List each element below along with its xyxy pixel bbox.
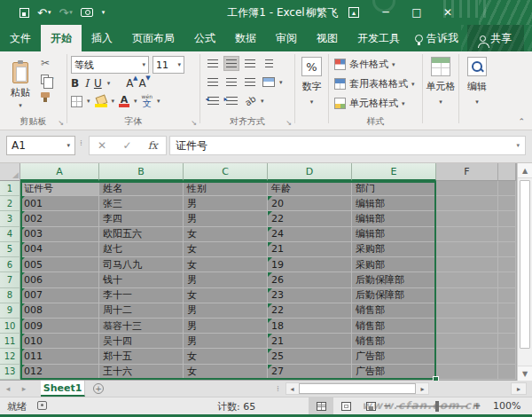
formula-input[interactable]: 证件号 ▾ — [169, 136, 526, 155]
font-color-dropdown-icon[interactable]: ▾ — [134, 98, 137, 105]
tell-me-button[interactable]: 告诉我 — [415, 25, 458, 51]
cell-B1[interactable]: 姓名 — [99, 181, 184, 196]
cell-G5[interactable] — [498, 242, 516, 257]
cells-icon[interactable] — [431, 57, 450, 76]
tab-开始[interactable]: 开始 — [41, 25, 82, 51]
zoom-out-icon[interactable]: − — [383, 400, 391, 412]
cell-D11[interactable]: 21 — [268, 334, 352, 349]
cell-F3[interactable] — [436, 211, 498, 226]
phonetic-dropdown-icon[interactable]: ▾ — [157, 98, 160, 105]
zoom-slider[interactable] — [396, 405, 467, 407]
row-header-2[interactable]: 2 — [0, 196, 20, 211]
name-box[interactable]: A1 ▾ — [6, 136, 75, 155]
cut-button[interactable]: ✂ — [41, 57, 54, 69]
bold-button[interactable]: B — [71, 77, 79, 90]
cell-C1[interactable]: 性别 — [184, 181, 268, 196]
share-button[interactable]: 共享 — [467, 25, 524, 51]
row-header-12[interactable]: 12 — [0, 349, 20, 364]
format-painter-button[interactable] — [41, 89, 54, 101]
top-align-button[interactable] — [205, 56, 221, 71]
cell-D12[interactable]: 25 — [268, 349, 352, 364]
cell-A1[interactable]: 证件号 — [20, 181, 99, 196]
cell-F6[interactable] — [436, 257, 498, 272]
orientation-dropdown-icon[interactable]: ▾ — [261, 98, 264, 105]
fill-color-dropdown-icon[interactable]: ▾ — [112, 98, 115, 105]
cell-B10[interactable]: 慕容十三 — [99, 319, 184, 334]
cells-dropdown-icon[interactable]: ▾ — [439, 98, 442, 106]
cell-D6[interactable]: 19 — [268, 257, 352, 272]
conditional-formatting-button[interactable]: 条件格式 ▾ — [334, 58, 395, 71]
cell-E11[interactable]: 销售部 — [352, 334, 436, 349]
fill-color-icon[interactable] — [95, 96, 107, 107]
clipboard-dialog-launcher-icon[interactable]: ↘ — [58, 119, 64, 127]
cell-E1[interactable]: 部门 — [352, 181, 436, 196]
font-color-icon[interactable]: A — [119, 96, 129, 107]
cell-B6[interactable]: 司马八九 — [99, 257, 184, 272]
underline-button[interactable]: U — [94, 77, 102, 90]
row-header-3[interactable]: 3 — [0, 211, 20, 226]
italic-button[interactable]: I — [84, 77, 89, 90]
row-header-5[interactable]: 5 — [0, 242, 20, 257]
cell-E2[interactable]: 编辑部 — [352, 196, 436, 211]
cell-A2[interactable]: 001 — [20, 196, 99, 211]
cell-E8[interactable]: 后勤保障部 — [352, 288, 436, 303]
cell-G1[interactable] — [498, 181, 516, 196]
cell-F7[interactable] — [436, 272, 498, 287]
cell-G2[interactable] — [498, 196, 516, 211]
merge-center-button[interactable] — [261, 75, 277, 90]
cell-E13[interactable]: 广告部 — [352, 365, 436, 380]
cell-C9[interactable]: 男 — [184, 303, 268, 319]
increase-indent-button[interactable] — [223, 93, 239, 108]
tab-审阅[interactable]: 审阅 — [266, 25, 307, 51]
insert-function-icon[interactable]: fx — [148, 139, 158, 152]
cell-G8[interactable] — [498, 288, 516, 303]
cell-B12[interactable]: 郑十五 — [99, 349, 184, 364]
vertical-scroll-thumb[interactable] — [520, 180, 530, 349]
cell-E7[interactable]: 后勤保障部 — [352, 272, 436, 287]
zoom-percentage[interactable]: 100% — [493, 400, 520, 412]
cell-styles-button[interactable]: 单元格样式 ▾ — [334, 97, 405, 110]
column-header-partial[interactable] — [498, 163, 516, 181]
page-layout-view-button[interactable] — [333, 397, 358, 414]
cell-C13[interactable]: 女 — [184, 365, 268, 380]
tab-开发工具[interactable]: 开发工具 — [348, 25, 410, 51]
cell-A6[interactable]: 005 — [20, 257, 99, 272]
tab-页面布局[interactable]: 页面布局 — [122, 25, 184, 51]
font-name-combobox[interactable]: 等线▾ — [71, 56, 149, 74]
row-header-13[interactable]: 13 — [0, 365, 20, 380]
cell-G7[interactable] — [498, 272, 516, 287]
cell-A4[interactable]: 003 — [20, 227, 99, 242]
cell-F2[interactable] — [436, 196, 498, 211]
cell-B2[interactable]: 张三 — [99, 196, 184, 211]
cell-A12[interactable]: 011 — [20, 349, 99, 364]
cell-G9[interactable] — [498, 303, 516, 319]
center-button[interactable] — [223, 75, 239, 90]
cell-A3[interactable]: 002 — [20, 211, 99, 226]
horizontal-scroll-thumb[interactable] — [299, 383, 416, 394]
tab-公式[interactable]: 公式 — [184, 25, 225, 51]
cell-G11[interactable] — [498, 334, 516, 349]
enter-icon[interactable]: ✓ — [122, 139, 131, 152]
cell-G10[interactable] — [498, 319, 516, 334]
underline-dropdown-icon[interactable]: ▾ — [107, 80, 111, 87]
cell-C7[interactable]: 男 — [184, 272, 268, 287]
cell-D9[interactable]: 22 — [268, 303, 352, 319]
cell-C6[interactable]: 女 — [184, 257, 268, 272]
cell-C8[interactable]: 女 — [184, 288, 268, 303]
column-header-E[interactable]: E — [352, 163, 436, 181]
close-button[interactable]: ✕ — [438, 0, 458, 25]
cell-D1[interactable]: 年龄 — [268, 181, 352, 196]
column-header-D[interactable]: D — [268, 163, 352, 181]
format-as-table-button[interactable]: 套用表格格式 ▾ — [334, 77, 415, 90]
column-header-F[interactable]: F — [436, 163, 498, 181]
cell-F4[interactable] — [436, 227, 498, 242]
row-header-1[interactable]: 1 — [0, 181, 20, 196]
merge-dropdown-icon[interactable]: ▾ — [279, 79, 283, 86]
cell-B3[interactable]: 李四 — [99, 211, 184, 226]
select-all-button[interactable]: ◢ — [0, 163, 20, 181]
cell-A10[interactable]: 009 — [20, 319, 99, 334]
cell-D10[interactable]: 18 — [268, 319, 352, 334]
expand-formula-bar-icon[interactable]: ▾ — [516, 142, 520, 149]
borders-dropdown-icon[interactable]: ▾ — [87, 98, 90, 105]
cells-group-label[interactable]: 单元格 — [423, 80, 458, 93]
